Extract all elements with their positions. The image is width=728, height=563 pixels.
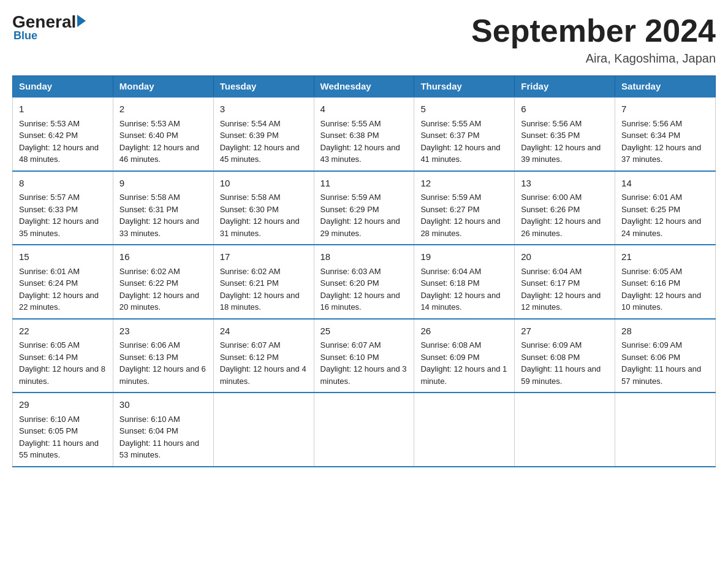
sunrise-text: Sunrise: 6:07 AM [320,339,408,351]
daylight-text: Daylight: 12 hours and 10 minutes. [621,289,709,313]
sunrise-text: Sunrise: 6:06 AM [119,339,207,351]
calendar-day-9: 9Sunrise: 5:58 AMSunset: 6:31 PMDaylight… [113,171,213,245]
daylight-text: Daylight: 12 hours and 6 minutes. [119,363,207,387]
daylight-text: Daylight: 12 hours and 12 minutes. [521,289,609,313]
day-number: 19 [420,250,508,264]
sunset-text: Sunset: 6:22 PM [119,277,207,289]
day-number: 1 [19,102,107,117]
daylight-text: Daylight: 12 hours and 26 minutes. [521,215,609,239]
day-number: 13 [521,177,609,191]
day-number: 21 [621,250,709,264]
sunrise-text: Sunrise: 5:58 AM [220,191,308,204]
daylight-text: Daylight: 11 hours and 59 minutes. [521,363,609,387]
daylight-text: Daylight: 12 hours and 1 minute. [420,363,508,387]
daylight-text: Daylight: 12 hours and 29 minutes. [320,215,408,239]
calendar-week-4: 22Sunrise: 6:05 AMSunset: 6:14 PMDayligh… [13,319,716,393]
day-number: 15 [19,250,107,264]
sunrise-text: Sunrise: 6:05 AM [19,339,107,351]
sunset-text: Sunset: 6:31 PM [119,204,207,216]
sunrise-text: Sunrise: 6:01 AM [621,191,709,204]
sunset-text: Sunset: 6:42 PM [19,129,107,142]
sunrise-text: Sunrise: 6:04 AM [420,266,508,278]
calendar-day-14: 14Sunrise: 6:01 AMSunset: 6:25 PMDayligh… [615,171,716,245]
daylight-text: Daylight: 12 hours and 48 minutes. [19,142,107,166]
calendar-day-10: 10Sunrise: 5:58 AMSunset: 6:30 PMDayligh… [213,171,314,245]
daylight-text: Daylight: 12 hours and 35 minutes. [19,215,107,239]
sunset-text: Sunset: 6:30 PM [220,204,308,216]
day-number: 9 [119,177,207,191]
daylight-text: Daylight: 11 hours and 55 minutes. [19,437,107,461]
calendar-day-29: 29Sunrise: 6:10 AMSunset: 6:05 PMDayligh… [13,393,113,467]
day-number: 11 [320,177,408,191]
weekday-header-tuesday: Tuesday [213,76,314,98]
daylight-text: Daylight: 12 hours and 20 minutes. [119,289,207,313]
daylight-text: Daylight: 12 hours and 41 minutes. [420,142,508,166]
calendar-day-19: 19Sunrise: 6:04 AMSunset: 6:18 PMDayligh… [414,245,515,319]
calendar-day-20: 20Sunrise: 6:04 AMSunset: 6:17 PMDayligh… [515,245,615,319]
day-number: 6 [521,102,609,117]
sunrise-text: Sunrise: 6:07 AM [220,339,308,351]
calendar-day-25: 25Sunrise: 6:07 AMSunset: 6:10 PMDayligh… [314,319,414,393]
sunset-text: Sunset: 6:35 PM [521,129,609,142]
daylight-text: Daylight: 12 hours and 24 minutes. [621,215,709,239]
calendar-day-15: 15Sunrise: 6:01 AMSunset: 6:24 PMDayligh… [13,245,113,319]
sunrise-text: Sunrise: 6:02 AM [119,266,207,278]
sunset-text: Sunset: 6:38 PM [320,129,408,142]
daylight-text: Daylight: 12 hours and 33 minutes. [119,215,207,239]
sunset-text: Sunset: 6:18 PM [420,277,508,289]
empty-cell [615,393,716,467]
calendar-day-16: 16Sunrise: 6:02 AMSunset: 6:22 PMDayligh… [113,245,213,319]
calendar-day-12: 12Sunrise: 5:59 AMSunset: 6:27 PMDayligh… [414,171,515,245]
calendar-day-6: 6Sunrise: 5:56 AMSunset: 6:35 PMDaylight… [515,97,615,171]
weekday-header-friday: Friday [515,76,615,98]
sunrise-text: Sunrise: 5:59 AM [320,191,408,204]
day-number: 17 [220,250,308,264]
day-number: 20 [521,250,609,264]
day-number: 5 [420,102,508,117]
empty-cell [414,393,515,467]
calendar-day-24: 24Sunrise: 6:07 AMSunset: 6:12 PMDayligh… [213,319,314,393]
sunrise-text: Sunrise: 5:59 AM [420,191,508,204]
sunrise-text: Sunrise: 5:57 AM [19,191,107,204]
calendar-day-17: 17Sunrise: 6:02 AMSunset: 6:21 PMDayligh… [213,245,314,319]
calendar-day-4: 4Sunrise: 5:55 AMSunset: 6:38 PMDaylight… [314,97,414,171]
daylight-text: Daylight: 12 hours and 43 minutes. [320,142,408,166]
sunrise-text: Sunrise: 5:56 AM [521,118,609,130]
calendar-day-23: 23Sunrise: 6:06 AMSunset: 6:13 PMDayligh… [113,319,213,393]
sunrise-text: Sunrise: 6:02 AM [220,266,308,278]
day-number: 7 [621,102,709,117]
empty-cell [515,393,615,467]
daylight-text: Daylight: 12 hours and 4 minutes. [220,363,308,387]
calendar-day-30: 30Sunrise: 6:10 AMSunset: 6:04 PMDayligh… [113,393,213,467]
daylight-text: Daylight: 12 hours and 18 minutes. [220,289,308,313]
sunrise-text: Sunrise: 6:01 AM [19,266,107,278]
page-title: September 2024 [471,12,716,49]
day-number: 27 [521,324,609,339]
sunrise-text: Sunrise: 5:58 AM [119,191,207,204]
sunset-text: Sunset: 6:20 PM [320,277,408,289]
day-number: 10 [220,177,308,191]
sunset-text: Sunset: 6:25 PM [621,204,709,216]
day-number: 23 [119,324,207,339]
sunrise-text: Sunrise: 6:10 AM [119,413,207,426]
daylight-text: Daylight: 12 hours and 46 minutes. [119,142,207,166]
weekday-header-saturday: Saturday [615,76,716,98]
day-number: 12 [420,177,508,191]
sunrise-text: Sunrise: 5:53 AM [119,118,207,130]
sunrise-text: Sunrise: 5:54 AM [220,118,308,130]
daylight-text: Daylight: 12 hours and 45 minutes. [220,142,308,166]
calendar-day-1: 1Sunrise: 5:53 AMSunset: 6:42 PMDaylight… [13,97,113,171]
calendar-table: SundayMondayTuesdayWednesdayThursdayFrid… [12,75,716,467]
daylight-text: Daylight: 12 hours and 28 minutes. [420,215,508,239]
empty-cell [314,393,414,467]
sunset-text: Sunset: 6:06 PM [621,351,709,364]
sunset-text: Sunset: 6:39 PM [220,129,308,142]
sunrise-text: Sunrise: 6:10 AM [19,413,107,426]
weekday-header-sunday: Sunday [13,76,113,98]
sunrise-text: Sunrise: 6:03 AM [320,266,408,278]
day-number: 24 [220,324,308,339]
sunset-text: Sunset: 6:04 PM [119,425,207,437]
sunrise-text: Sunrise: 6:04 AM [521,266,609,278]
empty-cell [213,393,314,467]
day-number: 14 [621,177,709,191]
